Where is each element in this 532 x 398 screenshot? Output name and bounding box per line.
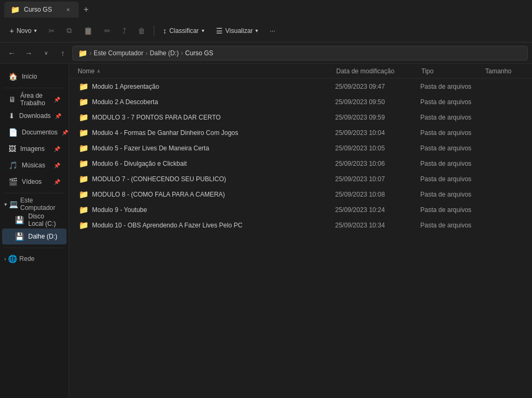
sidebar-item-videos[interactable]: 🎬 Vídeos 📌 xyxy=(2,174,66,190)
new-dropdown-icon: ▾ xyxy=(34,28,37,33)
file-name: MODULO 7 - (CONHECENDO SEU PUBLICO) xyxy=(92,175,335,183)
sidebar-item-imagens[interactable]: 🖼 Imagens 📌 xyxy=(2,141,66,157)
sidebar-group-este-computador[interactable]: ▾ 💻 Este Computador xyxy=(0,197,69,211)
file-date: 25/09/2023 09:59 xyxy=(335,114,420,121)
tab-folder-icon: 📁 xyxy=(11,5,20,14)
folder-icon: 📁 xyxy=(79,205,89,215)
file-type: Pasta de arquivos xyxy=(420,222,484,229)
main-layout: 🏠 Início 🖥 Área de Trabalho 📌 ⬇ Download… xyxy=(0,64,532,398)
new-tab-button[interactable]: + xyxy=(79,2,94,17)
file-date: 25/09/2023 10:07 xyxy=(335,175,420,183)
dropdown-button[interactable]: ∨ xyxy=(38,46,53,61)
folder-icon: 📁 xyxy=(79,143,89,153)
sidebar-label-inicio: Início xyxy=(22,73,60,80)
new-icon: + xyxy=(10,27,14,35)
column-header-name[interactable]: Nome ∧ xyxy=(73,67,336,75)
sidebar-item-dalhe[interactable]: 💾 Dalhe (D:) xyxy=(2,228,66,244)
up-button[interactable]: ↑ xyxy=(55,46,70,61)
sidebar-item-downloads[interactable]: ⬇ Downloads 📌 xyxy=(2,108,66,124)
table-row[interactable]: 📁 Modulo 1 Apresentação 25/09/2023 09:47… xyxy=(70,79,531,94)
breadcrumb-curso-gs[interactable]: Curso GS xyxy=(185,49,213,57)
file-name: Modulo 4 - Formas De Ganhar Dinheiro Com… xyxy=(92,129,335,137)
file-name: Modulo 1 Apresentação xyxy=(92,83,335,90)
videos-icon: 🎬 xyxy=(9,177,18,186)
table-row[interactable]: 📁 Modulo 5 - Fazer Lives De Maneira Cert… xyxy=(70,141,531,156)
sidebar-item-inicio[interactable]: 🏠 Início xyxy=(2,69,66,84)
sidebar-item-disco-local[interactable]: 💾 Disco Local (C:) xyxy=(2,212,66,228)
file-type: Pasta de arquivos xyxy=(420,145,484,152)
active-tab[interactable]: 📁 Curso GS × xyxy=(4,2,79,18)
file-date: 25/09/2023 09:47 xyxy=(335,83,420,90)
table-row[interactable]: 📁 MODULO 3 - 7 PONTOS PARA DAR CERTO 25/… xyxy=(70,110,531,125)
file-name: Modulo 10 - OBS Aprendendo A Fazer Lives… xyxy=(92,222,335,229)
back-icon: ← xyxy=(8,49,15,57)
file-type: Pasta de arquivos xyxy=(420,175,484,183)
file-list-header: Nome ∧ Data de modificação Tipo Tamanho xyxy=(69,64,532,79)
forward-button[interactable]: → xyxy=(21,46,36,61)
toolbar: + Novo ▾ ✂ ⧉ 📋 ✏ ⤴ 🗑 ↕ Classificar ▾ ☰ V… xyxy=(0,19,532,43)
folder-icon: 📁 xyxy=(79,128,89,138)
file-date: 25/09/2023 10:34 xyxy=(335,222,420,229)
images-icon: 🖼 xyxy=(9,145,16,153)
tab-close-button[interactable]: × xyxy=(64,5,72,14)
file-pane: Nome ∧ Data de modificação Tipo Tamanho … xyxy=(69,64,532,398)
file-type: Pasta de arquivos xyxy=(420,114,484,121)
up-icon: ↑ xyxy=(61,49,65,57)
sidebar-item-musicas[interactable]: 🎵 Músicas 📌 xyxy=(2,157,66,173)
sidebar-item-documentos[interactable]: 📄 Documentos 📌 xyxy=(2,124,66,140)
cut-button[interactable]: ✂ xyxy=(43,22,60,39)
network-icon: 🌐 xyxy=(8,255,17,263)
back-button[interactable]: ← xyxy=(4,46,19,61)
sidebar-item-area-trabalho[interactable]: 🖥 Área de Trabalho 📌 xyxy=(2,91,66,107)
table-row[interactable]: 📁 MODULO 7 - (CONHECENDO SEU PUBLICO) 25… xyxy=(70,172,531,187)
breadcrumb-dalhe[interactable]: Dalhe (D:) xyxy=(149,49,179,57)
share-button[interactable]: ⤴ xyxy=(117,22,131,39)
folder-icon: 📁 xyxy=(79,221,89,230)
table-row[interactable]: 📁 Modulo 4 - Formas De Ganhar Dinheiro C… xyxy=(70,125,531,140)
new-button[interactable]: + Novo ▾ xyxy=(4,22,42,39)
documents-icon: 📄 xyxy=(9,128,18,137)
rename-button[interactable]: ✏ xyxy=(99,22,116,39)
view-button[interactable]: ☰ Visualizar ▾ xyxy=(211,22,264,39)
more-button[interactable]: ··· xyxy=(264,22,280,39)
sort-button[interactable]: ↕ Classificar ▾ xyxy=(157,22,209,39)
paste-button[interactable]: 📋 xyxy=(78,22,98,39)
music-icon: 🎵 xyxy=(9,161,18,170)
file-name: Modulo 5 - Fazer Lives De Maneira Certa xyxy=(92,145,335,152)
sidebar-label-videos: Vídeos xyxy=(22,178,49,185)
home-icon: 🏠 xyxy=(9,72,18,81)
table-row[interactable]: 📁 Modulo 2 A Descoberta 25/09/2023 09:50… xyxy=(70,95,531,109)
pin-icon-area-trabalho: 📌 xyxy=(54,97,60,103)
column-header-date[interactable]: Data de modificação xyxy=(336,67,421,75)
pin-icon-imagens: 📌 xyxy=(54,146,60,152)
dropdown-icon: ∨ xyxy=(44,50,48,56)
file-type: Pasta de arquivos xyxy=(420,206,484,214)
table-row[interactable]: 📁 Modulo 10 - OBS Aprendendo A Fazer Liv… xyxy=(70,218,531,233)
sidebar-label-area-trabalho: Área de Trabalho xyxy=(20,92,49,107)
sidebar-group-rede[interactable]: › 🌐 Rede xyxy=(0,251,69,266)
file-date: 25/09/2023 10:24 xyxy=(335,206,420,214)
file-type: Pasta de arquivos xyxy=(420,98,484,106)
toolbar-separator-1 xyxy=(154,26,154,36)
column-header-type[interactable]: Tipo xyxy=(421,67,485,75)
copy-button[interactable]: ⧉ xyxy=(61,22,77,39)
sidebar-separator-3 xyxy=(4,248,64,248)
folder-icon: 📁 xyxy=(79,174,89,184)
column-header-size[interactable]: Tamanho xyxy=(485,67,528,75)
table-row[interactable]: 📁 Modulo 6 - Divulgação e Clickbait 25/0… xyxy=(70,156,531,171)
new-label: Novo xyxy=(16,27,31,35)
table-row[interactable]: 📁 MODULO 8 - (COMO FALA PARA A CAMERA) 2… xyxy=(70,187,531,202)
file-name: Modulo 9 - Youtube xyxy=(92,206,335,214)
expand-icon-este-computador: ▾ xyxy=(4,201,7,207)
share-icon: ⤴ xyxy=(122,27,126,35)
sidebar-label-disco-local: Disco Local (C:) xyxy=(28,213,60,227)
computer-icon: 💻 xyxy=(9,200,18,208)
table-row[interactable]: 📁 Modulo 9 - Youtube 25/09/2023 10:24 Pa… xyxy=(70,202,531,217)
forward-icon: → xyxy=(25,49,32,57)
delete-button[interactable]: 🗑 xyxy=(132,22,151,39)
breadcrumb-este-computador[interactable]: Este Computador xyxy=(94,49,143,57)
breadcrumb-bar[interactable]: 📁 › Este Computador › Dalhe (D:) › Curso… xyxy=(72,46,528,61)
more-icon: ··· xyxy=(270,27,275,35)
sort-label: Classificar xyxy=(169,27,198,35)
sidebar-label-dalhe: Dalhe (D:) xyxy=(28,233,60,240)
